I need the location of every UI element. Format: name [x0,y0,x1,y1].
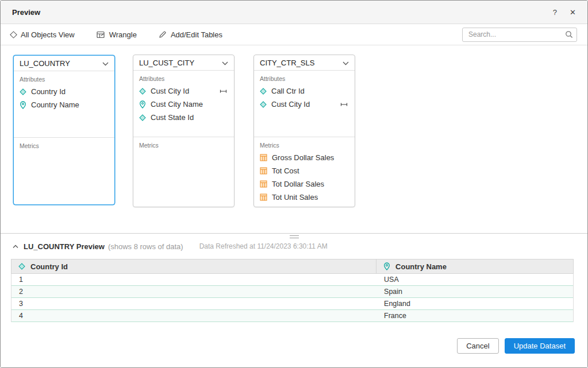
attributes-label: Attributes [133,71,234,84]
chevron-down-icon[interactable] [222,59,228,67]
metric-icon [260,167,267,175]
close-icon[interactable]: ✕ [570,9,576,16]
attribute-label: Cust City Name [151,100,203,109]
attribute-icon [139,88,145,94]
attribute-item[interactable]: Cust City Id [254,98,355,111]
table-card-header[interactable]: LU_COUNTRY [14,56,114,71]
table-name: LU_CUST_CITY [139,59,194,67]
preview-section: LU_COUNTRY Preview (shows 8 rows of data… [1,233,587,367]
wrangle-icon [97,31,105,38]
column-header-label: Country Id [30,262,68,271]
preview-dialog: Preview ? ✕ All Objects View Wrangle Add… [0,0,588,368]
table-card-header[interactable]: CITY_CTR_SLS [254,55,355,71]
table-row: 1 USA [11,274,573,286]
table-row: 4 France [11,310,573,322]
attribute-item[interactable]: Cust State Id [133,111,234,124]
geo-pin-icon [383,262,390,270]
add-edit-tables-label: Add/Edit Tables [171,30,222,39]
attributes-section: Attributes Country Id Country Name [14,71,114,137]
join-link-icon [218,87,228,95]
update-dataset-button[interactable]: Update Dataset [505,338,575,354]
metric-item[interactable]: Tot Unit Sales [254,191,355,204]
column-header-country-id: Country Id [11,259,376,273]
attribute-icon [20,88,26,95]
metric-icon [260,180,267,188]
preview-table-title: LU_COUNTRY Preview [24,242,105,251]
wrangle-label: Wrangle [109,30,137,39]
attributes-label: Attributes [14,71,114,85]
table-card-city-ctr-sls[interactable]: CITY_CTR_SLS Attributes Call Ctr Id Cust… [253,55,355,207]
metric-icon [260,154,267,161]
metrics-label: Metrics [14,138,114,152]
column-header-country-name: Country Name [376,259,573,273]
attribute-label: Call Ctr Id [271,87,305,95]
diamond-outline-icon [10,31,17,38]
metrics-section: Metrics [14,137,114,204]
metrics-section: Metrics Gross Dollar Sales Tot Cost [254,137,355,207]
search-box [462,28,577,42]
attribute-item[interactable]: Country Id [14,85,114,98]
pencil-icon [159,31,166,38]
attribute-item[interactable]: Call Ctr Id [254,84,355,98]
metric-label: Tot Unit Sales [272,193,318,202]
attribute-icon [18,263,25,269]
table-card-lu-cust-city[interactable]: LU_CUST_CITY Attributes Cust City Id [133,55,235,207]
attribute-icon [139,114,145,121]
cell-country-id: 3 [11,298,376,309]
attribute-label: Country Id [31,87,66,96]
join-link-icon [339,100,349,109]
metric-label: Tot Dollar Sales [272,180,324,188]
title-bar: Preview ? ✕ [1,1,587,24]
attribute-label: Cust City Id [271,100,310,109]
cell-country-name: USA [376,274,573,285]
metric-label: Gross Dollar Sales [272,153,334,162]
metric-item[interactable]: Tot Cost [254,164,355,177]
help-icon[interactable]: ? [553,9,557,16]
column-header-label: Country Name [395,262,447,271]
preview-data-table: Country Id Country Name 1 USA 2 Spain [11,259,574,322]
attribute-item[interactable]: Cust City Name [133,98,234,111]
table-name: LU_COUNTRY [20,59,70,68]
cell-country-name: Spain [376,286,573,297]
metrics-section: Metrics [133,137,234,207]
add-edit-tables-button[interactable]: Add/Edit Tables [159,30,222,39]
metrics-label: Metrics [254,137,355,151]
attribute-icon [260,101,266,107]
cancel-button[interactable]: Cancel [457,338,498,354]
cell-country-id: 1 [11,274,376,285]
cell-country-name: England [376,298,573,309]
chevron-down-icon[interactable] [343,59,349,67]
table-card-lu-country[interactable]: LU_COUNTRY Attributes Country Id Country… [13,55,115,205]
data-refreshed-text: Data Refreshed at 11/24/2023 6:30:11 AM [199,242,328,250]
attribute-item[interactable]: Cust City Id [133,84,234,98]
collapse-chevron-icon[interactable] [13,245,18,249]
dialog-title: Preview [12,8,40,17]
geo-pin-icon [139,100,146,109]
table-row: 2 Spain [11,286,573,298]
chevron-down-icon[interactable] [102,59,109,68]
attribute-item[interactable]: Country Name [14,98,114,111]
all-objects-view-label: All Objects View [21,30,75,39]
cell-country-name: France [376,310,573,321]
search-icon[interactable] [565,30,573,41]
geo-pin-icon [20,101,26,109]
attributes-label: Attributes [254,71,355,84]
splitter-handle[interactable] [290,235,299,238]
attribute-label: Cust City Id [151,87,189,95]
metric-label: Tot Cost [272,166,299,175]
metric-item[interactable]: Tot Dollar Sales [254,177,355,191]
table-name: CITY_CTR_SLS [260,59,314,67]
cell-country-id: 2 [11,286,376,297]
metric-icon [260,193,267,201]
table-row: 3 England [11,298,573,310]
attributes-section: Attributes Cust City Id Cust City Name [133,71,234,137]
search-input[interactable] [462,28,577,42]
metric-item[interactable]: Gross Dollar Sales [254,151,355,164]
wrangle-button[interactable]: Wrangle [97,30,137,39]
footer: Cancel Update Dataset [1,322,587,367]
tables-canvas: LU_COUNTRY Attributes Country Id Country… [1,45,587,233]
all-objects-view-button[interactable]: All Objects View [11,30,75,39]
attribute-icon [260,88,266,94]
table-card-header[interactable]: LU_CUST_CITY [133,55,234,71]
toolbar: All Objects View Wrangle Add/Edit Tables [1,24,587,45]
